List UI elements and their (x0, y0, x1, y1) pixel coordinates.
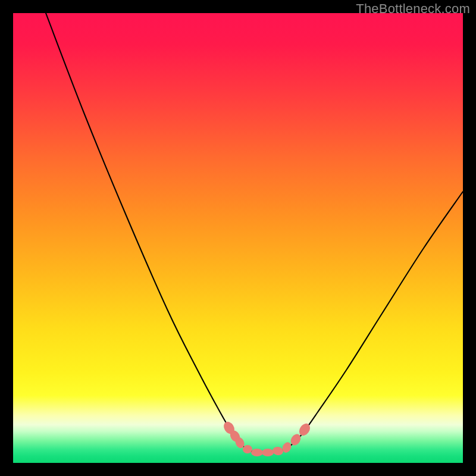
left-curve (46, 13, 263, 453)
watermark-text: TheBottleneck.com (356, 1, 470, 17)
trough-marker (251, 449, 263, 456)
chart-frame: TheBottleneck.com (0, 0, 476, 476)
plot-area (13, 13, 463, 463)
trough-marker (272, 446, 284, 456)
trough-markers (221, 419, 312, 456)
trough-marker (262, 449, 274, 456)
right-curve (263, 192, 463, 453)
curve-layer (13, 13, 463, 463)
